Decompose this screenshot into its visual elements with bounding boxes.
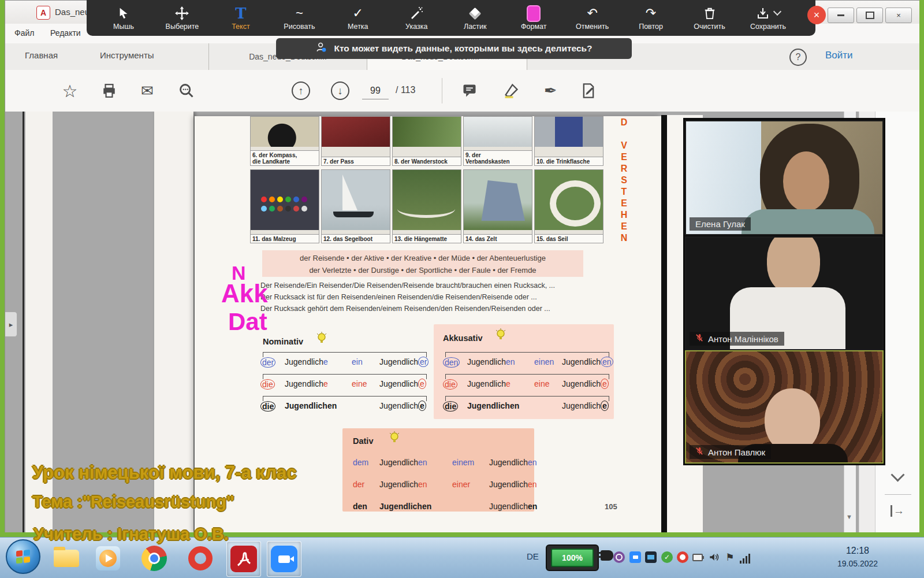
tab-tools[interactable]: Инструменты	[100, 50, 154, 60]
wand-icon	[409, 5, 423, 21]
zoom-tray-icon[interactable]	[629, 551, 641, 563]
page-number-input[interactable]	[362, 83, 389, 99]
dativ-table: dem Jugendlichen einem Jugendlichen der …	[353, 453, 526, 517]
collapse-panel-button[interactable]: →	[891, 505, 904, 517]
close-window-button[interactable]: ×	[885, 8, 912, 23]
menu-file[interactable]: Файл	[14, 28, 34, 38]
favorite-star-icon[interactable]: ☆	[61, 81, 79, 100]
minimize-button[interactable]	[828, 8, 854, 23]
tab-home[interactable]: Главная	[25, 50, 58, 60]
next-page-button[interactable]: ↓	[331, 81, 349, 100]
battery-widget[interactable]: 100%	[546, 544, 599, 571]
signature-pen-icon[interactable]: ✒	[541, 81, 560, 100]
word-stem: Jugendlich	[467, 357, 506, 366]
tool-text[interactable]: T Текст	[220, 5, 262, 31]
battery-tray-icon[interactable]	[692, 554, 703, 561]
chevron-down-icon[interactable]	[891, 468, 904, 481]
taskbar-clock[interactable]: 12:18 19.05.2022	[820, 544, 895, 570]
rope-photo	[535, 170, 603, 230]
tool-select[interactable]: Выберите	[161, 5, 203, 31]
grammar-row: der Jugendlichen einer Jugendlichen	[353, 475, 521, 492]
tool-save[interactable]: Сохранить	[747, 5, 789, 31]
windows-logo-icon	[16, 550, 30, 564]
tool-clear[interactable]: Очистить	[689, 5, 731, 31]
grammar-row: den Jugendlichen Jugendlichen	[353, 497, 521, 514]
close-icon: ×	[814, 9, 820, 21]
action-center-flag-icon[interactable]: ⚑	[724, 551, 736, 563]
fill-sign-icon[interactable]	[579, 81, 598, 100]
scroll-down-icon[interactable]: ▼	[846, 513, 852, 520]
word-stem: Jugendlich	[285, 379, 323, 388]
word-ending: e	[418, 379, 426, 389]
close-annotation-toolbar-button[interactable]: ×	[807, 6, 826, 24]
power-plug-icon	[601, 550, 613, 561]
akkusativ-table: den Jugendlichen einen Jugendlichen die …	[443, 352, 608, 417]
tool-label: Повтор	[639, 23, 663, 31]
word-list-line2: der Verletzte • der Durstige • der Sport…	[262, 264, 583, 276]
video-thumbnail-3[interactable]: Антон Павлюк	[685, 350, 884, 464]
opera-taskbar-button[interactable]	[184, 541, 217, 576]
start-button[interactable]	[6, 539, 40, 574]
word-ending: en	[422, 502, 431, 511]
print-icon[interactable]	[100, 81, 118, 100]
photo-cell: 14. das Zelt	[463, 169, 532, 243]
photo-cell: 10. die Trinkflasche	[534, 116, 603, 166]
tool-label: Метка	[348, 23, 368, 31]
photo-caption: 12. das Segelboot	[322, 234, 390, 243]
ink-annotation-dativ: Dat	[228, 308, 267, 336]
photo-cell: 13. die Hängematte	[392, 169, 461, 243]
participant-name-badge: Елена Гулак	[690, 217, 751, 231]
email-icon[interactable]: ✉	[138, 81, 157, 100]
opera-tray-icon[interactable]	[677, 551, 688, 563]
tool-label: Выберите	[166, 23, 199, 31]
language-indicator[interactable]: DE	[527, 551, 539, 561]
video-thumbnail-1[interactable]: Елена Гулак	[685, 120, 884, 235]
word-ending: en	[528, 458, 537, 467]
menu-edit[interactable]: Редакти	[50, 28, 81, 38]
save-dropdown-icon[interactable]	[773, 8, 781, 16]
comment-icon[interactable]	[460, 81, 479, 100]
antivirus-tray-icon[interactable]: ✓	[661, 551, 673, 563]
left-pane-toggle[interactable]: ▸	[5, 312, 17, 337]
tool-draw[interactable]: ~ Рисовать	[278, 5, 320, 31]
word: Jugendlichen	[489, 480, 537, 489]
tool-spotlight[interactable]: Указка	[396, 5, 437, 31]
article: dem	[353, 458, 368, 467]
zoom-taskbar-button[interactable]	[267, 541, 301, 577]
search-icon[interactable]	[177, 81, 196, 100]
speaker-tray-icon[interactable]	[708, 551, 720, 563]
tool-label: Указка	[405, 23, 427, 31]
participant-video-strip: Елена Гулак Антон Малінніков Антон Павлю…	[683, 118, 885, 465]
maximize-button[interactable]	[856, 8, 883, 23]
acrobat-icon	[230, 546, 257, 572]
page-total: / 113	[396, 85, 415, 95]
tool-redo[interactable]: ↷ Повтор	[630, 5, 672, 31]
tool-mouse[interactable]: Мышь	[103, 5, 144, 31]
display-tray-icon[interactable]	[645, 551, 657, 563]
collapse-arrow-icon: →	[893, 505, 904, 517]
highlighter-icon[interactable]	[502, 81, 520, 100]
eraser-icon	[471, 5, 479, 21]
word: Jugendliche	[562, 379, 609, 388]
sign-in-link[interactable]: Войти	[825, 50, 853, 61]
word-stem: Jugendlich	[285, 401, 327, 410]
word: Jugendlichen	[489, 502, 537, 511]
tool-undo[interactable]: ↶ Отменить	[572, 5, 613, 31]
tool-eraser[interactable]: Ластик	[454, 5, 496, 31]
explorer-taskbar-button[interactable]	[50, 541, 83, 576]
word-ending: en	[327, 401, 337, 410]
chrome-taskbar-button[interactable]	[137, 541, 171, 576]
acrobat-taskbar-button[interactable]	[226, 541, 261, 577]
viber-tray-icon[interactable]	[613, 551, 625, 563]
word-stem: Jugendlich	[379, 379, 418, 388]
photo-caption: 9. der Verbandskasten	[464, 150, 532, 165]
help-button[interactable]: ?	[789, 49, 807, 66]
media-player-taskbar-button[interactable]	[91, 541, 125, 576]
tool-stamp[interactable]: ✓ Метка	[337, 5, 379, 31]
previous-page-button[interactable]: ↑	[292, 81, 310, 100]
tool-label: Очистить	[694, 23, 725, 31]
paint-set-photo	[251, 170, 319, 230]
video-thumbnail-2[interactable]: Антон Малінніков	[685, 236, 884, 350]
tool-format[interactable]: Формат	[513, 5, 554, 31]
network-signal-icon[interactable]	[740, 554, 750, 564]
